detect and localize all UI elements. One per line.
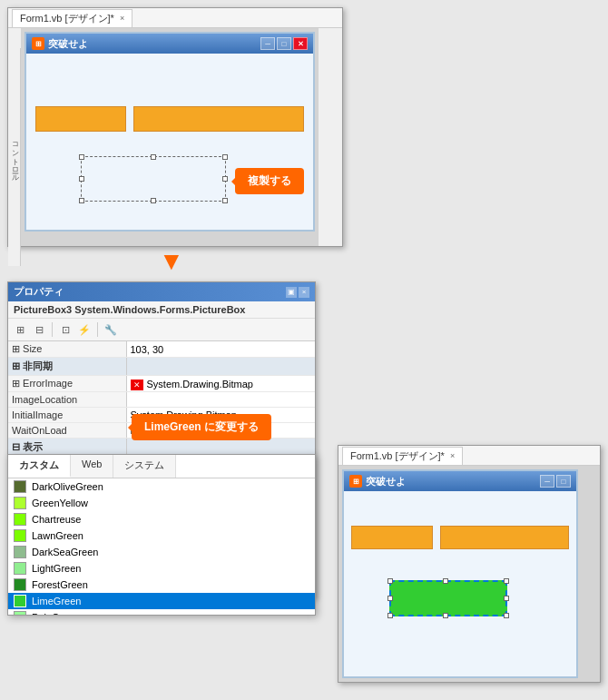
color-name-lightgreen: LightGreen bbox=[32, 563, 81, 574]
form-designer-area: ⊞ 突破せよ ─ □ ✕ bbox=[21, 28, 319, 246]
color-picker-tabs: カスタム Web システム bbox=[8, 455, 315, 478]
prop-toolbar: ⊞ ⊟ ⊡ ⚡ 🔧 bbox=[8, 319, 315, 341]
side-toolbar: コントロール bbox=[8, 48, 21, 266]
color-name-lawngreen: LawnGreen bbox=[32, 530, 83, 541]
color-dot-greenyellow bbox=[14, 497, 26, 509]
prop-toolbar-sep2 bbox=[97, 322, 98, 337]
prop-value-async bbox=[126, 358, 315, 376]
color-tab-web[interactable]: Web bbox=[71, 455, 113, 478]
selection-area[interactable] bbox=[81, 156, 226, 202]
prop-value-errorimage: ✕System.Drawing.Bitmap bbox=[126, 376, 315, 392]
inner-form-titlebar: ⊞ 突破せよ ─ □ ✕ bbox=[26, 34, 313, 54]
color-dot-limegreen bbox=[14, 595, 26, 607]
tab-close-icon[interactable]: × bbox=[120, 14, 124, 23]
titlebar-controls: ─ □ ✕ bbox=[260, 37, 308, 50]
color-dot-forestgreen bbox=[14, 578, 26, 591]
color-dot-lawngreen bbox=[14, 529, 26, 542]
prop-close-btn[interactable]: × bbox=[299, 287, 309, 298]
prop-label-imageloc: ImageLocation bbox=[8, 392, 126, 408]
prop-header-right: ▣ × bbox=[286, 287, 309, 298]
color-item-lawngreen[interactable]: LawnGreen bbox=[8, 527, 315, 544]
prop-title: プロパティ bbox=[14, 285, 64, 299]
prop-value-imageloc bbox=[126, 392, 315, 408]
color-dot-chartreuse bbox=[14, 513, 26, 526]
handle-ml bbox=[79, 176, 84, 182]
bottom-form1-tab[interactable]: Form1.vb [デザイン]* × bbox=[342, 447, 463, 465]
color-list[interactable]: DarkOliveGreen GreenYellow Chartreuse La… bbox=[8, 478, 315, 615]
bottom-right-designer: Form1.vb [デザイン]* × ⊞ 突破せよ ─ □ bbox=[338, 445, 601, 683]
bottom-tab-label: Form1.vb [デザイン]* bbox=[350, 449, 445, 463]
color-item-darkseagreen[interactable]: DarkSeaGreen bbox=[8, 544, 315, 560]
form1-tab[interactable]: Form1.vb [デザイン]* × bbox=[12, 9, 132, 27]
color-name-chartreuse: Chartreuse bbox=[32, 514, 81, 525]
bottom-form-icon: ⊞ bbox=[349, 475, 362, 488]
handle-bc bbox=[151, 198, 156, 203]
handle-br bbox=[222, 198, 228, 203]
bottom-maximize-btn[interactable]: □ bbox=[556, 475, 571, 488]
sel-handle-tr bbox=[504, 578, 509, 584]
maximize-btn[interactable]: □ bbox=[277, 37, 291, 50]
close-btn[interactable]: ✕ bbox=[293, 37, 308, 50]
color-item-chartreuse[interactable]: Chartreuse bbox=[8, 511, 315, 527]
handle-bl bbox=[79, 198, 84, 203]
side-label-1: コントロール bbox=[9, 137, 19, 178]
handle-tc bbox=[151, 154, 156, 160]
prop-event-icon[interactable]: ⚡ bbox=[76, 321, 93, 338]
sel-handle-mr bbox=[504, 596, 509, 601]
color-item-lightgreen[interactable]: LightGreen bbox=[8, 560, 315, 577]
callout-fukusei: 複製する bbox=[235, 168, 304, 194]
color-name-darkolivegreen: DarkOliveGreen bbox=[32, 481, 103, 492]
prop-alpha-icon[interactable]: ⊟ bbox=[31, 321, 47, 338]
color-name-greenyellow: GreenYellow bbox=[32, 498, 88, 508]
color-item-palegreen[interactable]: PaleGreen bbox=[8, 609, 315, 615]
handle-tr bbox=[222, 154, 228, 160]
prop-label-async: ⊞ 非同期 bbox=[8, 358, 126, 376]
color-dot-lightgreen bbox=[14, 562, 26, 575]
bottom-form-designer-area: ⊞ 突破せよ ─ □ bbox=[338, 466, 600, 682]
prop-prop-icon[interactable]: ⊡ bbox=[57, 321, 74, 338]
orange-bar-right bbox=[133, 106, 304, 132]
color-item-darkolivegreen[interactable]: DarkOliveGreen bbox=[8, 478, 315, 495]
bottom-inner-form: ⊞ 突破せよ ─ □ bbox=[342, 469, 578, 678]
prop-row-async: ⊞ 非同期 bbox=[8, 358, 315, 376]
bottom-titlebar-controls: ─ □ bbox=[540, 475, 571, 488]
orange-bars-row bbox=[35, 106, 304, 132]
sel-handle-ml bbox=[387, 596, 393, 601]
color-tab-system[interactable]: システム bbox=[113, 455, 176, 478]
color-name-palegreen: PaleGreen bbox=[32, 612, 80, 615]
bottom-tab-close-icon[interactable]: × bbox=[450, 451, 455, 460]
sel-handle-bc bbox=[443, 613, 448, 618]
bottom-green-selection[interactable] bbox=[389, 580, 507, 616]
color-dot-palegreen bbox=[14, 611, 26, 615]
minimize-btn[interactable]: ─ bbox=[260, 37, 275, 50]
color-picker-popup: カスタム Web システム DarkOliveGreen GreenYellow… bbox=[7, 454, 316, 616]
color-tab-custom[interactable]: カスタム bbox=[8, 455, 71, 478]
color-name-forestgreen: ForestGreen bbox=[32, 579, 88, 590]
color-item-greenyellow[interactable]: GreenYellow bbox=[8, 495, 315, 511]
prop-pin-btn[interactable]: ▣ bbox=[286, 287, 297, 298]
prop-value-size: 103, 30 bbox=[126, 341, 315, 358]
prop-page-icon[interactable]: 🔧 bbox=[103, 321, 119, 338]
bottom-minimize-btn[interactable]: ─ bbox=[540, 475, 554, 488]
bottom-form-title: 突破せよ bbox=[366, 475, 406, 488]
color-item-forestgreen[interactable]: ForestGreen bbox=[8, 577, 315, 593]
prop-object-label: PictureBox3 System.Windows.Forms.Picture… bbox=[8, 301, 315, 319]
sel-handle-br bbox=[504, 613, 509, 618]
orange-bar-left bbox=[35, 106, 126, 132]
prop-label-initialimage: InitialImage bbox=[8, 408, 126, 423]
prop-label-waitonload: WaitOnLoad bbox=[8, 423, 126, 439]
prop-panel-header: プロパティ ▣ × bbox=[8, 282, 315, 301]
callout-lime: LimeGreen に変更する bbox=[132, 414, 271, 440]
sel-handle-tl bbox=[387, 578, 393, 584]
prop-row-size: ⊞ Size 103, 30 bbox=[8, 341, 315, 358]
color-item-limegreen[interactable]: LimeGreen bbox=[8, 593, 315, 609]
prop-toolbar-sep1 bbox=[52, 322, 53, 337]
sel-handle-bl bbox=[387, 613, 393, 618]
inner-form: ⊞ 突破せよ ─ □ ✕ bbox=[25, 32, 315, 232]
tab-bar: Form1.vb [デザイン]* × bbox=[8, 8, 342, 28]
handle-tl bbox=[79, 154, 84, 160]
prop-label-size: ⊞ Size bbox=[8, 341, 126, 358]
tab-label: Form1.vb [デザイン]* bbox=[20, 12, 114, 25]
prop-categorized-icon[interactable]: ⊞ bbox=[12, 321, 28, 338]
bottom-orange-bars bbox=[351, 526, 569, 549]
